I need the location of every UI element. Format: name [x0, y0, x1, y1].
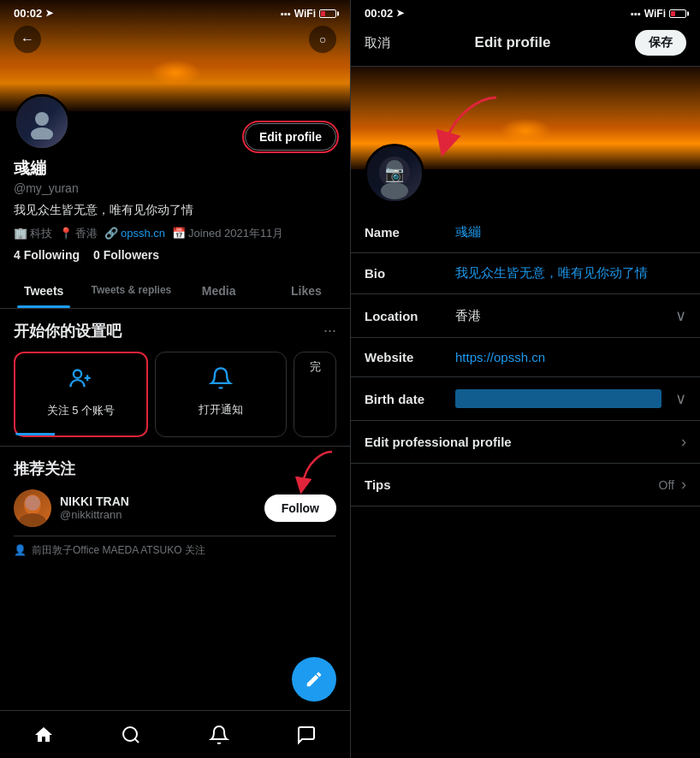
avatar [14, 94, 70, 151]
meta-location: 📍 香港 [59, 226, 98, 241]
tab-tweets[interactable]: Tweets [0, 272, 87, 308]
nav-home[interactable] [0, 711, 87, 758]
location-value[interactable]: 香港 [455, 308, 661, 324]
right-avatar-circle: 📷 [365, 144, 424, 204]
link-icon: 🔗 [104, 227, 118, 240]
recommended-title: 推荐关注 [14, 459, 336, 479]
meta-website[interactable]: 🔗 opssh.cn [104, 226, 165, 241]
birthdate-label: Birth date [365, 392, 442, 406]
search-button[interactable]: ○ [309, 26, 336, 53]
red-arrow [428, 89, 513, 161]
svg-point-2 [74, 370, 81, 377]
briefcase-icon: 🏢 [14, 227, 27, 240]
profile-meta: 🏢 科技 📍 香港 🔗 opssh.cn 📅 Joined 2021年11月 [14, 226, 336, 241]
name-field-row[interactable]: Name 彧繃 [351, 212, 700, 253]
location-icon: 📍 [59, 227, 73, 240]
add-user-icon [68, 367, 92, 396]
website-label: Website [365, 350, 442, 364]
tab-likes[interactable]: Likes [263, 272, 350, 308]
edit-professional-chevron-icon: › [681, 433, 686, 451]
setup-card-complete-text: 完 [310, 359, 321, 375]
following-stat[interactable]: 4 Following [14, 248, 80, 262]
setup-card-notify[interactable]: 打开通知 [155, 352, 288, 437]
bio-value[interactable]: 我见众生皆无意，唯有见你动了情 [455, 265, 686, 281]
birthdate-masked-value [455, 389, 661, 408]
battery-icon [319, 9, 336, 18]
nav-notifications[interactable] [175, 711, 263, 758]
birthdate-field-row[interactable]: Birth date ∨ [351, 377, 700, 421]
nav-search[interactable] [87, 711, 175, 758]
tips-row[interactable]: Tips Off › [351, 464, 700, 506]
save-button[interactable]: 保存 [635, 30, 686, 56]
profile-section: Edit profile 彧繃 @my_yuran 我见众生皆无意，唯有见你动了… [0, 94, 350, 272]
right-signal-icon: ▪▪▪ [631, 9, 641, 19]
tips-label: Tips [365, 477, 659, 492]
right-status-time: 00:02 ➤ [365, 7, 404, 20]
rec-user-handle: @nikkittrann [60, 508, 256, 521]
bio-field-row[interactable]: Bio 我见众生皆无意，唯有见你动了情 [351, 253, 700, 294]
profile-tabs: Tweets Tweets & replies Media Likes [0, 272, 350, 309]
setup-card-complete[interactable]: 完 [294, 352, 336, 437]
setup-card-progress [15, 433, 55, 435]
location-arrow-icon: ➤ [45, 8, 53, 19]
profile-bio: 我见众生皆无意，唯有见你动了情 [14, 202, 336, 219]
edit-profile-button[interactable]: Edit profile [245, 123, 336, 151]
left-status-time: 00:02 ➤ [14, 7, 53, 20]
location-label: Location [365, 309, 442, 323]
meta-industry: 🏢 科技 [14, 226, 52, 241]
edit-professional-row[interactable]: Edit professional profile › [351, 421, 700, 464]
right-location-arrow-icon: ➤ [396, 8, 404, 19]
person-icon: 👤 [14, 544, 27, 556]
tips-chevron-icon: › [681, 476, 686, 494]
right-avatar[interactable]: 📷 [365, 144, 424, 204]
follow-button-wrapper: Follow [264, 494, 336, 522]
svg-point-8 [123, 727, 137, 741]
rec-user-info: NIKKI TRAN @nikkittrann [60, 494, 256, 521]
search-icon: ○ [319, 33, 326, 46]
setup-more-button[interactable]: ··· [323, 322, 336, 340]
setup-title: 开始你的设置吧 [14, 321, 122, 341]
right-status-icons: ▪▪▪ WiFi [631, 8, 686, 20]
nav-messages[interactable] [263, 711, 350, 758]
left-panel: 00:02 ➤ ▪▪▪ WiFi ← ○ [0, 0, 350, 758]
time-display: 00:02 [14, 7, 42, 20]
svg-line-9 [135, 738, 139, 742]
right-battery-icon [669, 9, 686, 18]
signal-icon: ▪▪▪ [281, 9, 291, 19]
right-avatar-area: 📷 [351, 169, 700, 212]
compose-fab[interactable] [292, 657, 336, 702]
follow-button[interactable]: Follow [264, 494, 336, 522]
profile-handle: @my_yuran [14, 181, 336, 195]
avatar-inner [16, 97, 68, 148]
tab-tweets-replies[interactable]: Tweets & replies [87, 272, 175, 308]
bell-icon [209, 366, 233, 395]
cancel-button[interactable]: 取消 [365, 35, 390, 51]
tips-value: Off [659, 478, 674, 492]
name-value[interactable]: 彧繃 [455, 224, 686, 240]
bottom-nav [0, 710, 350, 758]
setup-card-follow[interactable]: 关注 5 个账号 [14, 352, 148, 437]
svg-point-6 [19, 513, 46, 527]
followers-stat[interactable]: 0 Followers [93, 248, 159, 262]
edit-profile-title: Edit profile [475, 34, 551, 51]
recommended-section: 推荐关注 NIKKI TRAN @nikkittrann [0, 447, 350, 566]
follow-arrow-annotation [289, 447, 341, 498]
recommended-user: NIKKI TRAN @nikkittrann [14, 489, 336, 527]
wifi-icon: WiFi [294, 8, 316, 20]
profile-name: 彧繃 [14, 157, 336, 180]
back-button[interactable]: ← [14, 26, 41, 53]
follow-stats: 4 Following 0 Followers [14, 248, 336, 262]
svg-point-1 [31, 127, 53, 139]
left-status-bar: 00:02 ➤ ▪▪▪ WiFi [0, 0, 350, 23]
svg-point-7 [25, 495, 40, 511]
website-value[interactable]: https://opssh.cn [455, 350, 686, 364]
left-status-icons: ▪▪▪ WiFi [281, 8, 336, 20]
setup-card-follow-text: 关注 5 个账号 [47, 403, 115, 418]
camera-icon: 📷 [385, 164, 404, 183]
location-chevron-icon: ∨ [675, 306, 686, 325]
tab-media[interactable]: Media [175, 272, 263, 308]
website-field-row[interactable]: Website https://opssh.cn [351, 338, 700, 377]
right-top-nav: 取消 Edit profile 保存 [351, 23, 700, 67]
location-field-row[interactable]: Location 香港 ∨ [351, 294, 700, 338]
form-fields: Name 彧繃 Bio 我见众生皆无意，唯有见你动了情 Location 香港 … [351, 212, 700, 758]
